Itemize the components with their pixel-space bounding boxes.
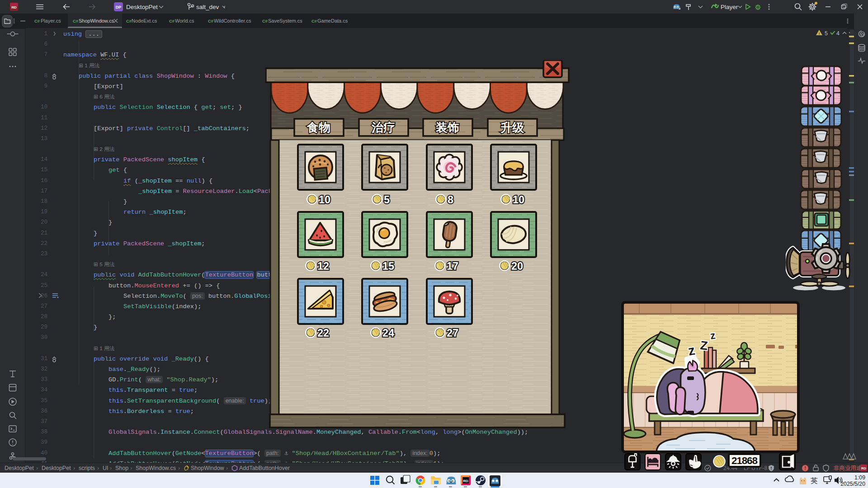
svg-text:Shop: Shop: [115, 465, 128, 471]
svg-text:5: 5: [825, 30, 828, 37]
svg-text:20: 20: [511, 260, 523, 272]
svg-text:5: 5: [384, 194, 390, 206]
svg-text:›: ›: [73, 465, 75, 471]
svg-text:8: 8: [448, 194, 453, 206]
svg-text:Player: Player: [721, 4, 738, 10]
svg-text:10: 10: [513, 194, 524, 206]
svg-text:ShopWindow.cs: ShopWindow.cs: [79, 18, 114, 23]
svg-text:C#: C#: [34, 19, 40, 23]
svg-text:›: ›: [36, 465, 38, 471]
svg-text:21868: 21868: [731, 455, 758, 466]
svg-text:DesktopPet: DesktopPet: [42, 465, 71, 471]
svg-text:C#: C#: [208, 19, 214, 23]
svg-text:›: ›: [130, 465, 132, 471]
svg-text:›: ›: [178, 465, 180, 471]
svg-text:!: !: [804, 465, 806, 471]
svg-text:salt_dev: salt_dev: [196, 4, 219, 10]
svg-text:22: 22: [317, 327, 329, 339]
svg-text:›: ›: [226, 465, 228, 471]
svg-text:WildController.cs: WildController.cs: [214, 18, 251, 23]
svg-text:4: 4: [836, 30, 840, 37]
svg-text:17: 17: [447, 260, 458, 272]
svg-text:升级: 升级: [500, 121, 524, 134]
svg-text:C#: C#: [73, 19, 79, 23]
svg-text:›: ›: [110, 465, 112, 471]
svg-text:2025/5/20: 2025/5/20: [840, 481, 865, 487]
svg-text:10: 10: [319, 194, 330, 206]
svg-text:DP: DP: [116, 5, 122, 9]
svg-text:SaveSystem.cs: SaveSystem.cs: [268, 18, 302, 23]
svg-text:24: 24: [382, 327, 394, 339]
svg-text:治疗: 治疗: [371, 121, 395, 134]
svg-text:C#: C#: [169, 19, 175, 23]
svg-text:ShopWindow.cs: ShopWindow.cs: [136, 465, 176, 471]
svg-text:装饰: 装饰: [435, 121, 459, 134]
svg-text:RD: RD: [11, 5, 17, 9]
svg-text:Z: Z: [699, 338, 708, 353]
svg-text:scripts: scripts: [79, 465, 95, 471]
svg-text:15: 15: [382, 260, 394, 272]
svg-text:DesktopPet: DesktopPet: [126, 4, 158, 10]
svg-text:World.cs: World.cs: [175, 18, 194, 23]
svg-text:食物: 食物: [307, 121, 330, 134]
svg-text:NodeExt.cs: NodeExt.cs: [132, 18, 157, 23]
svg-text:ShopWindow: ShopWindow: [191, 465, 225, 471]
svg-text:英: 英: [811, 477, 818, 484]
svg-text:DesktopPet: DesktopPet: [5, 465, 34, 471]
svg-text:12: 12: [317, 260, 329, 272]
svg-text:Player.cs: Player.cs: [41, 18, 61, 23]
svg-text:›: ›: [97, 465, 99, 471]
svg-text:1:09: 1:09: [854, 474, 865, 481]
svg-text:AddTabButtonHover: AddTabButtonHover: [239, 465, 290, 471]
svg-text:非商业用途: 非商业用途: [834, 465, 862, 471]
svg-text:27: 27: [447, 327, 458, 339]
svg-text:GameData.cs: GameData.cs: [317, 18, 348, 23]
svg-text:C#: C#: [126, 19, 132, 23]
svg-text:C#: C#: [262, 19, 268, 23]
svg-text:C#: C#: [311, 19, 317, 23]
svg-text:!: !: [819, 32, 820, 36]
svg-text:RD: RD: [463, 479, 468, 483]
svg-text:UI: UI: [103, 465, 108, 471]
svg-text:RD: RD: [861, 466, 866, 470]
